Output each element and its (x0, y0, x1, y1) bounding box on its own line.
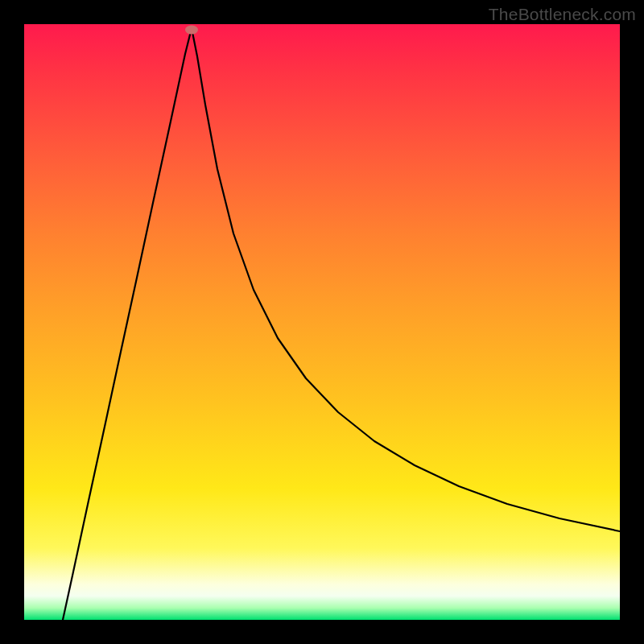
bottleneck-curve (24, 24, 620, 620)
watermark-text: TheBottleneck.com (489, 5, 636, 24)
minimum-marker (185, 26, 198, 35)
plot-area (24, 24, 620, 620)
